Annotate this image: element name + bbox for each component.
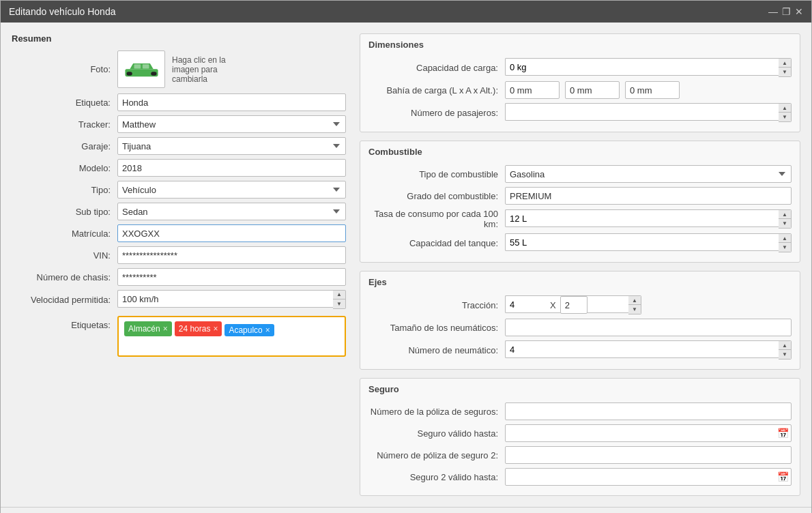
modelo-input[interactable] — [117, 159, 346, 177]
etiquetas-row: Etiquetas: Almacén × 24 horas × Acapulco… — [12, 316, 346, 357]
tracker-select[interactable]: Matthew — [117, 115, 346, 133]
pasajeros-input[interactable] — [505, 103, 779, 121]
tags-container[interactable]: Almacén × 24 horas × Acapulco × — [117, 316, 346, 357]
minimize-button[interactable]: — — [768, 7, 778, 16]
tag-almacen-close[interactable]: × — [163, 324, 168, 334]
dimensiones-section: Dimensiones Capacidad de carga: ▲ ▼ Bahí… — [360, 33, 800, 132]
tasa-consumo-down[interactable]: ▼ — [779, 219, 791, 228]
resumen-section-title: Resumen — [12, 33, 346, 44]
tasa-consumo-input[interactable] — [505, 209, 779, 227]
capacidad-carga-spinner: ▲ ▼ — [505, 58, 792, 77]
grado-combustible-row: Grado del combustible: — [368, 187, 792, 205]
tipo-select[interactable]: Vehículo — [117, 181, 346, 199]
capacidad-carga-spinner-btns: ▲ ▼ — [779, 58, 792, 77]
valido2-label: Seguro 2 válido hasta: — [368, 472, 505, 482]
numero-neumatico-spinner-btns: ▲ ▼ — [779, 340, 792, 360]
neumaticos-input[interactable] — [505, 319, 792, 336]
pasajeros-row: Número de pasajeros: ▲ ▼ — [368, 103, 792, 122]
traccion-x-label: X — [550, 300, 556, 310]
tipo-combustible-label: Tipo de combustible — [368, 169, 505, 179]
vin-label: VIN: — [12, 250, 117, 261]
valido-row: Seguro válido hasta: 📅 — [368, 424, 792, 442]
capacidad-carga-input[interactable] — [505, 58, 779, 76]
vin-row: VIN: — [12, 246, 346, 264]
neumaticos-label: Tamaño de los neumáticos: — [368, 323, 505, 333]
poliza2-label: Número de póliza de seguro 2: — [368, 450, 505, 460]
velocidad-row: Velocidad permitida: ▲ ▼ — [12, 290, 346, 309]
velocidad-input[interactable] — [117, 290, 333, 308]
tasa-consumo-up[interactable]: ▲ — [779, 210, 791, 219]
right-panel: Dimensiones Capacidad de carga: ▲ ▼ Bahí… — [360, 33, 800, 496]
bahia-alt-input[interactable] — [625, 81, 680, 99]
valido-calendar-icon[interactable]: 📅 — [777, 428, 789, 439]
chasis-input[interactable] — [117, 268, 346, 286]
traccion-down[interactable]: ▼ — [628, 305, 641, 314]
capacidad-tanque-up[interactable]: ▲ — [779, 234, 791, 243]
capacidad-tanque-spinner-btns: ▲ ▼ — [779, 233, 792, 252]
pasajeros-down[interactable]: ▼ — [779, 113, 791, 121]
traccion-val2-input[interactable] — [560, 296, 588, 314]
svg-rect-3 — [134, 64, 141, 68]
subtipo-select[interactable]: Sedan — [117, 203, 346, 220]
poliza-input[interactable] — [505, 402, 792, 420]
traccion-row: Tracción: ▲ ▼ X — [368, 295, 792, 314]
capacidad-tanque-input[interactable] — [505, 233, 779, 251]
bahia-l-input[interactable] — [505, 81, 560, 99]
garaje-label: Garaje: — [12, 141, 117, 151]
foto-hint: Haga clic en la imagen para cambiarla — [172, 55, 254, 84]
tasa-consumo-spinner-btns: ▲ ▼ — [779, 209, 792, 229]
vin-input[interactable] — [117, 246, 346, 264]
tipo-combustible-select[interactable]: Gasolina — [505, 165, 792, 183]
poliza2-input[interactable] — [505, 446, 792, 464]
close-window-button[interactable]: ✕ — [795, 7, 803, 16]
neumaticos-row: Tamaño de los neumáticos: — [368, 319, 792, 336]
bahia-a-input[interactable] — [565, 81, 620, 99]
pasajeros-spinner-btns: ▲ ▼ — [779, 103, 792, 122]
numero-neumatico-up[interactable]: ▲ — [779, 341, 791, 350]
pasajeros-up[interactable]: ▲ — [779, 104, 791, 113]
numero-neumatico-down[interactable]: ▼ — [779, 350, 791, 359]
pasajeros-spinner: ▲ ▼ — [505, 103, 792, 122]
dialog-title: Editando vehículo Honda — [9, 6, 115, 17]
tag-acapulco-close[interactable]: × — [265, 325, 270, 335]
capacidad-carga-down[interactable]: ▼ — [779, 68, 791, 76]
tag-almacen: Almacén × — [124, 321, 172, 336]
tag-acapulco-text: Acapulco — [229, 325, 262, 335]
capacidad-tanque-down[interactable]: ▼ — [779, 243, 791, 252]
pasajeros-label: Número de pasajeros: — [368, 108, 505, 118]
traccion-spinner-btns: ▲ ▼ — [628, 295, 641, 314]
tracker-row: Tracker: Matthew — [12, 115, 346, 133]
matricula-label: Matrícula: — [12, 229, 117, 239]
svg-rect-4 — [142, 64, 149, 68]
valido-date-wrap: 📅 — [505, 424, 792, 442]
chasis-row: Número de chasis: — [12, 268, 346, 286]
restore-button[interactable]: ❐ — [782, 7, 791, 16]
velocidad-up-button[interactable]: ▲ — [333, 291, 345, 299]
tag-24horas-close[interactable]: × — [213, 324, 218, 334]
bahia-inputs — [505, 81, 680, 99]
tag-24horas: 24 horas × — [175, 321, 222, 336]
bahia-row: Bahía de carga (L x A x Alt.): — [368, 81, 792, 99]
capacidad-carga-up[interactable]: ▲ — [779, 59, 791, 68]
foto-row: Foto: Haga clic en la imagen para cambia… — [12, 50, 346, 88]
valido2-date-input[interactable] — [505, 468, 792, 486]
numero-neumatico-input[interactable] — [505, 340, 779, 358]
etiqueta-label: Etiqueta: — [12, 98, 117, 108]
tracker-label: Tracker: — [12, 119, 117, 130]
seguro-section: Seguro Número de la póliza de seguros: S… — [360, 378, 800, 496]
valido2-calendar-icon[interactable]: 📅 — [777, 471, 789, 482]
combustible-header: Combustible — [368, 147, 792, 160]
foto-box[interactable] — [117, 50, 165, 88]
matricula-input[interactable] — [117, 224, 346, 242]
subtipo-label: Sub tipo: — [12, 207, 117, 217]
grado-combustible-input[interactable] — [505, 187, 792, 205]
etiqueta-input[interactable] — [117, 93, 346, 111]
poliza-label: Número de la póliza de seguros: — [368, 407, 505, 417]
dimensiones-header: Dimensiones — [368, 40, 792, 53]
valido-date-input[interactable] — [505, 424, 792, 442]
garaje-select[interactable]: Tijuana — [117, 137, 346, 155]
tasa-consumo-spinner: ▲ ▼ — [505, 209, 792, 229]
traccion-up[interactable]: ▲ — [628, 296, 641, 305]
dialog-body: Resumen Foto: Haga clic en la imagen par… — [1, 23, 811, 507]
velocidad-down-button[interactable]: ▼ — [333, 299, 345, 308]
